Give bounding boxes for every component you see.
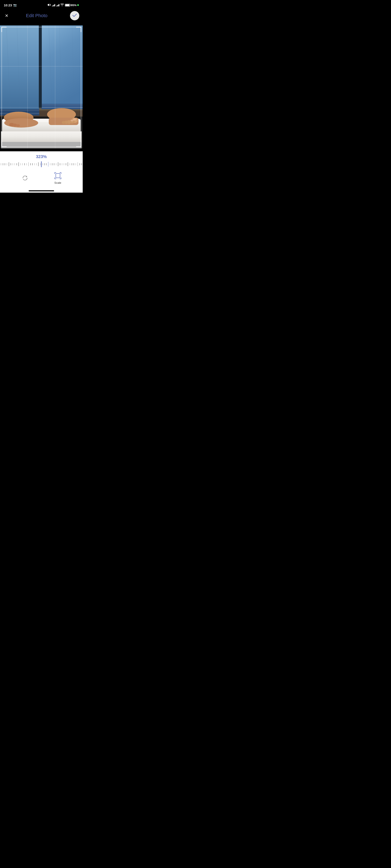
ruler-indicator xyxy=(41,161,42,167)
status-time: 10:23 xyxy=(4,3,12,7)
battery-container: 95% xyxy=(65,4,79,7)
reset-icon xyxy=(21,174,29,182)
svg-rect-20 xyxy=(39,25,42,108)
status-bar: 10:23 📷 xyxy=(0,0,83,9)
page-title: Edit Photo xyxy=(3,13,70,19)
status-left: 10:23 📷 xyxy=(4,3,17,7)
svg-rect-13 xyxy=(41,25,83,108)
scale-icon xyxy=(54,172,62,180)
scale-percentage: 323% xyxy=(0,154,83,159)
battery-charging-dot xyxy=(77,4,79,6)
battery-percent: 95% xyxy=(71,4,77,7)
wifi-icon xyxy=(60,3,64,7)
photo-image xyxy=(0,25,83,148)
svg-point-24 xyxy=(4,118,38,128)
battery-icon xyxy=(65,4,70,6)
bottom-panel: 323% xyxy=(0,151,83,193)
photo-canvas[interactable] xyxy=(0,25,83,148)
ruler-container[interactable] xyxy=(0,161,83,168)
status-right: 95% xyxy=(48,3,79,7)
photo-area[interactable] xyxy=(0,25,83,148)
signal-bars-2 xyxy=(56,4,59,6)
action-buttons: Scale xyxy=(0,168,83,189)
svg-rect-38 xyxy=(1,142,82,148)
camera-icon: 📷 xyxy=(13,3,17,7)
header: ✕ Edit Photo xyxy=(0,9,83,23)
ruler-center-tick xyxy=(48,162,49,166)
svg-rect-44 xyxy=(56,174,60,178)
ruler[interactable] xyxy=(0,161,83,167)
home-bar xyxy=(29,190,54,191)
home-indicator xyxy=(0,189,83,193)
svg-point-36 xyxy=(70,120,73,121)
signal-bars-1 xyxy=(52,4,55,6)
svg-point-34 xyxy=(62,121,65,124)
reset-button[interactable] xyxy=(19,174,31,182)
mute-icon xyxy=(48,3,51,7)
confirm-button[interactable] xyxy=(70,11,79,20)
checkmark-icon xyxy=(72,13,77,18)
scale-button[interactable]: Scale xyxy=(52,172,64,184)
photo-bottom-bar xyxy=(0,148,83,151)
scale-label: Scale xyxy=(54,181,61,184)
svg-point-27 xyxy=(16,124,20,127)
photo-top-bar xyxy=(0,23,83,25)
